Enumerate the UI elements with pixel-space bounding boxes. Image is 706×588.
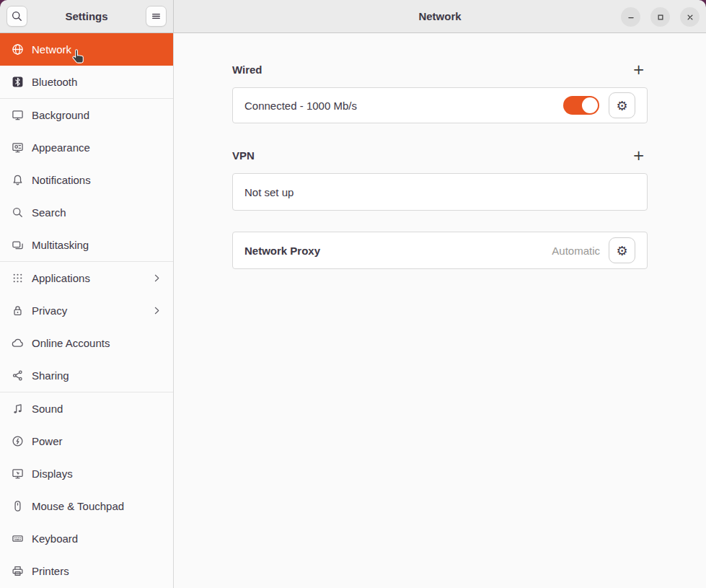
sidebar-item-label: Background: [32, 109, 89, 121]
windows-icon: [12, 239, 24, 251]
sidebar-headerbar: Settings: [0, 0, 174, 33]
grid-icon: [12, 272, 24, 284]
sidebar-item-multitasking[interactable]: Multitasking: [0, 229, 173, 261]
sidebar-item-notifications[interactable]: Notifications: [0, 164, 173, 196]
sidebar-item-label: Keyboard: [32, 532, 78, 545]
sidebar-item-printers[interactable]: Printers: [0, 555, 173, 587]
sidebar-item-label: Sharing: [32, 369, 69, 382]
search-button[interactable]: [6, 6, 27, 27]
app-title: Settings: [65, 10, 107, 22]
search-icon: [11, 10, 23, 22]
network-proxy-row: Network Proxy Automatic ⚙: [232, 232, 648, 269]
monitor-icon: [12, 109, 24, 121]
magnifier-icon: [12, 206, 24, 219]
monitor-paint-icon: [12, 141, 24, 154]
sidebar-item-label: Search: [32, 206, 66, 219]
chevron-right-icon: [151, 304, 163, 317]
close-button[interactable]: [680, 7, 700, 27]
sidebar-item-label: Multitasking: [32, 239, 89, 251]
sidebar-item-keyboard[interactable]: Keyboard: [0, 522, 173, 555]
printer-icon: [12, 565, 24, 577]
sidebar-item-sound[interactable]: Sound: [0, 392, 173, 425]
sidebar-item-privacy[interactable]: Privacy: [0, 294, 173, 327]
proxy-value: Automatic: [552, 245, 600, 257]
proxy-label: Network Proxy: [244, 245, 320, 257]
bluetooth-icon: [12, 76, 24, 88]
sidebar-item-displays[interactable]: Displays: [0, 457, 173, 490]
sidebar-item-label: Privacy: [32, 304, 67, 317]
add-vpn-button[interactable]: +: [630, 149, 648, 161]
music-note-icon: [12, 403, 24, 415]
globe-icon: [12, 43, 24, 56]
sidebar-item-background[interactable]: Background: [0, 99, 173, 131]
hamburger-icon: [150, 10, 162, 22]
settings-sidebar: Network Bluetooth Background Appearance: [0, 33, 174, 588]
bell-icon: [12, 174, 24, 186]
sidebar-item-label: Sound: [32, 403, 63, 415]
sidebar-item-network[interactable]: Network: [0, 33, 173, 66]
wired-connection-row: Connected - 1000 Mb/s ⚙: [232, 87, 648, 123]
sidebar-item-label: Bluetooth: [32, 76, 77, 88]
vpn-section-title: VPN: [232, 149, 255, 162]
sidebar-item-label: Printers: [32, 565, 69, 577]
gear-icon: ⚙: [616, 98, 627, 113]
window-controls: [621, 7, 700, 27]
wired-toggle-switch[interactable]: [563, 96, 599, 115]
sidebar-item-label: Displays: [32, 468, 73, 480]
maximize-icon: [656, 12, 666, 22]
sidebar-item-search[interactable]: Search: [0, 196, 173, 229]
sidebar-item-label: Power: [32, 435, 63, 447]
close-icon: [685, 12, 695, 22]
power-icon: [12, 435, 24, 447]
sidebar-item-sharing[interactable]: Sharing: [0, 359, 173, 392]
chevron-right-icon: [151, 272, 163, 284]
sidebar-item-label: Online Accounts: [32, 337, 110, 349]
toggle-knob: [582, 97, 598, 113]
page-title: Network: [418, 10, 461, 22]
sidebar-item-online-accounts[interactable]: Online Accounts: [0, 327, 173, 359]
add-wired-connection-button[interactable]: +: [630, 63, 648, 75]
sidebar-item-bluetooth[interactable]: Bluetooth: [0, 66, 173, 98]
wired-settings-button[interactable]: ⚙: [609, 92, 635, 118]
cloud-icon: [12, 337, 24, 349]
gear-icon: ⚙: [616, 243, 627, 258]
network-panel: Wired + Connected - 1000 Mb/s ⚙ VPN + No…: [174, 33, 706, 588]
sidebar-item-label: Mouse & Touchpad: [32, 500, 124, 512]
keyboard-icon: [12, 532, 24, 545]
sidebar-item-mouse-touchpad[interactable]: Mouse & Touchpad: [0, 490, 173, 522]
vpn-status-row: Not set up: [232, 173, 648, 211]
display-icon: [12, 468, 24, 480]
sidebar-item-label: Applications: [32, 272, 90, 284]
maximize-button[interactable]: [650, 7, 670, 27]
wired-section-title: Wired: [232, 63, 262, 76]
sidebar-item-power[interactable]: Power: [0, 425, 173, 457]
settings-window: Settings Network: [0, 0, 706, 588]
vpn-section-header: VPN +: [232, 149, 648, 161]
sidebar-item-appearance[interactable]: Appearance: [0, 131, 173, 164]
share-icon: [12, 369, 24, 382]
minimize-icon: [626, 12, 636, 22]
wired-section-header: Wired +: [232, 63, 648, 75]
vpn-status-label: Not set up: [244, 186, 294, 198]
proxy-settings-button[interactable]: ⚙: [609, 237, 635, 263]
wired-status-label: Connected - 1000 Mb/s: [244, 100, 357, 112]
main-headerbar: Network: [174, 0, 706, 33]
menu-button[interactable]: [146, 6, 167, 27]
sidebar-item-label: Notifications: [32, 174, 91, 186]
lock-icon: [12, 304, 24, 317]
sidebar-item-label: Appearance: [32, 141, 90, 154]
sidebar-item-applications[interactable]: Applications: [0, 262, 173, 294]
mouse-icon: [12, 500, 24, 512]
minimize-button[interactable]: [621, 7, 640, 27]
network-content: Wired + Connected - 1000 Mb/s ⚙ VPN + No…: [232, 63, 648, 269]
sidebar-item-label: Network: [32, 43, 71, 56]
